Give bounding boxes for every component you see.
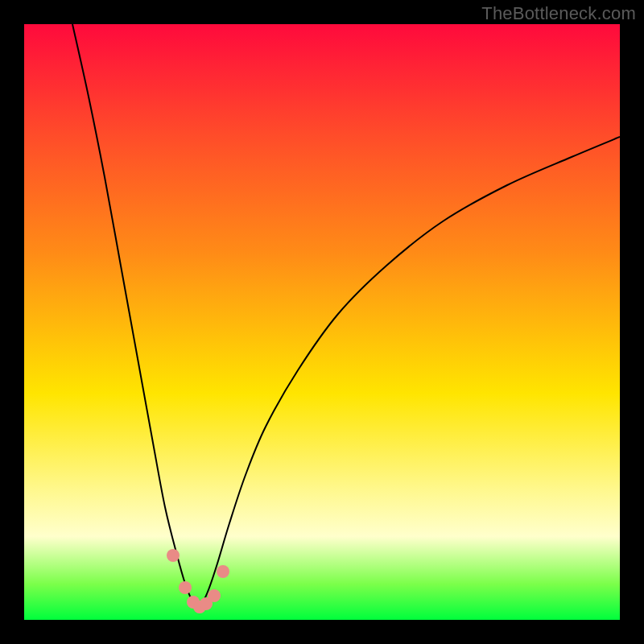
marker-dot: [179, 581, 192, 594]
marker-dot: [208, 589, 221, 602]
bottleneck-curve: [72, 24, 620, 608]
plot-area: [24, 24, 620, 620]
optimal-range-markers: [167, 549, 229, 613]
marker-dot: [217, 565, 229, 578]
chart-frame: TheBottleneck.com: [0, 0, 644, 644]
marker-dot: [167, 549, 180, 562]
watermark-text: TheBottleneck.com: [481, 3, 636, 24]
curve-svg: [24, 24, 620, 620]
